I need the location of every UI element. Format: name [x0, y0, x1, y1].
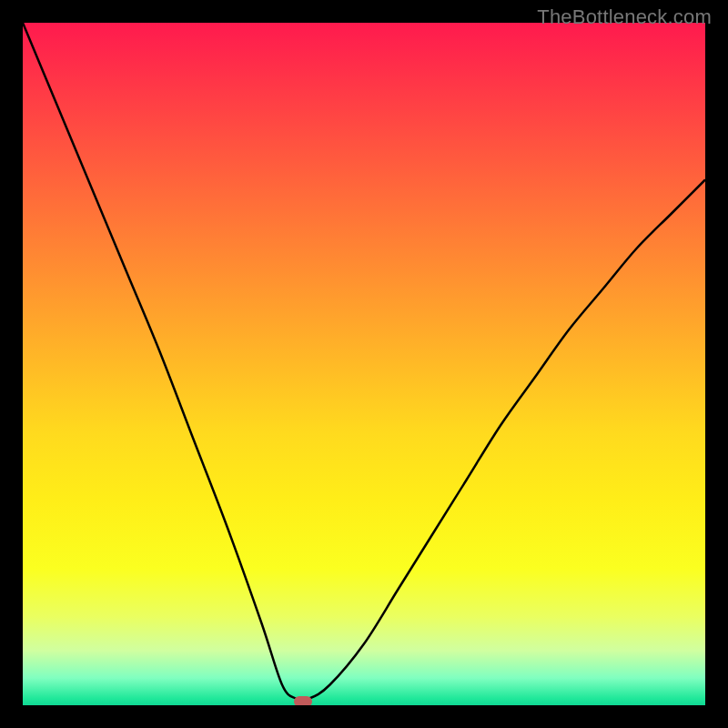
- chart-frame: TheBottleneck.com: [0, 0, 728, 728]
- plot-area: [23, 23, 705, 705]
- curve-svg: [23, 23, 705, 705]
- watermark-text: TheBottleneck.com: [537, 5, 712, 29]
- bottleneck-curve: [23, 23, 705, 700]
- optimum-marker: [294, 696, 312, 705]
